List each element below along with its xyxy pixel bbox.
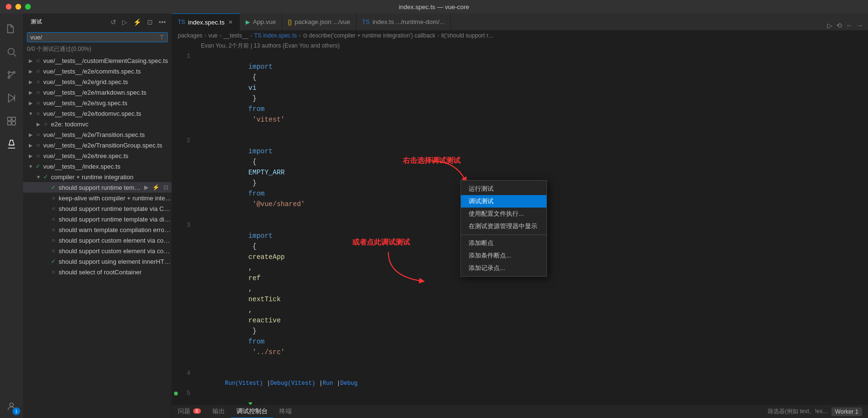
debug-vitest-link[interactable]: Debug(Vitest): [270, 378, 315, 389]
activity-account[interactable]: 1: [0, 395, 23, 418]
list-item[interactable]: ○ keep-alive with compiler + runtime int…: [23, 193, 172, 203]
list-item[interactable]: ○ should support runtime template via CS…: [23, 203, 172, 214]
vue-icon: ▶: [246, 19, 250, 25]
expand-icon: ▶: [27, 132, 35, 137]
active-test-item[interactable]: ✓ should support runtime template compil…: [23, 182, 172, 193]
tab-close-icon[interactable]: ✕: [227, 19, 234, 26]
list-item[interactable]: ▼ ✓ vue/__tests__/index.spec.ts: [23, 161, 172, 172]
list-item[interactable]: ▶ ○ vue/__tests__/e2e/Transition.spec.ts: [23, 129, 172, 140]
item-label: vue/__tests__/e2e/commits.spec.ts: [43, 68, 172, 75]
tab-label: index.spec.ts: [188, 19, 224, 26]
filter-icon[interactable]: ⊤: [159, 34, 164, 41]
list-item[interactable]: ▶ ○ vue/__tests__/e2e/svg.spec.ts: [23, 98, 172, 108]
activity-source-control[interactable]: [0, 63, 23, 86]
tab-output[interactable]: 输出: [207, 405, 231, 418]
list-item[interactable]: ▶ ○ vue/__tests__/e2e/markdown.spec.ts: [23, 87, 172, 98]
item-label: should support using element innerHTML a…: [59, 258, 172, 265]
more-icon[interactable]: ⊡: [162, 184, 170, 191]
context-menu: 运行测试 调试测试 使用配置文件执行... 在测试资源管理器中显示 添加断点 添…: [460, 180, 547, 277]
tab-terminal[interactable]: 终端: [273, 405, 298, 418]
context-run-config[interactable]: 使用配置文件执行...: [461, 208, 546, 220]
context-run-test[interactable]: 运行测试: [461, 183, 546, 195]
history-button[interactable]: ⟲: [835, 21, 843, 30]
ts-icon: TS: [362, 19, 370, 25]
row-actions: ▶ ⚡ ⊡: [143, 184, 170, 191]
list-item[interactable]: ▶ ○ vue/__tests__/e2e/commits.spec.ts: [23, 66, 172, 76]
search-input[interactable]: [30, 34, 159, 41]
activity-search[interactable]: [0, 40, 23, 63]
refresh-button[interactable]: ↺: [109, 17, 118, 27]
list-item[interactable]: ✓ should support using element innerHTML…: [23, 256, 172, 267]
context-add-logpoint[interactable]: 添加记录点...: [461, 262, 546, 274]
list-item[interactable]: ▶ ○ e2e: todomvc: [23, 119, 172, 129]
tab-app-vue[interactable]: ▶ App.vue: [240, 13, 282, 30]
context-add-breakpoint[interactable]: 添加断点: [461, 237, 546, 249]
expand-icon: [42, 227, 50, 233]
list-item[interactable]: ▼ ✓ compiler + runtime integration: [23, 172, 172, 182]
minimize-button[interactable]: [15, 4, 21, 10]
list-item[interactable]: ▶ ○ vue/__tests__/e2e/tree.spec.ts: [23, 150, 172, 161]
tab-index-spec[interactable]: TS index.spec.ts ✕: [172, 13, 240, 30]
main-container: 1 测试 ↺ ▷ ⚡ ⊡ ••• ⊤ 0/0 个测试已通过(0.00%) ▶: [0, 13, 868, 418]
tab-bar: TS index.spec.ts ✕ ▶ App.vue {} package.…: [172, 13, 868, 30]
sidebar-actions: ↺ ▷ ⚡ ⊡ •••: [109, 17, 168, 27]
breadcrumb-tests[interactable]: __tests__: [223, 32, 248, 39]
run-all-button[interactable]: ▷: [120, 17, 129, 27]
breadcrumb-vue[interactable]: vue: [208, 32, 217, 39]
tab-package-json[interactable]: {} package.json .../vue: [282, 13, 357, 30]
run-config-label: 使用配置文件执行...: [469, 209, 524, 218]
debug-link[interactable]: Debug: [340, 378, 358, 389]
operator: }: [248, 327, 260, 335]
output-label: 输出: [212, 407, 225, 416]
expand-icon: ▼: [27, 164, 35, 169]
close-button[interactable]: [6, 4, 12, 10]
list-item[interactable]: ▶ ○ vue/__tests__/e2e/TransitionGroup.sp…: [23, 140, 172, 150]
list-item[interactable]: ▶ ○ vue/__tests__/customElementCasing.sp…: [23, 55, 172, 66]
breadcrumb-sep: ›: [220, 32, 222, 39]
activity-extensions[interactable]: [0, 110, 23, 133]
activity-test[interactable]: [0, 133, 23, 156]
list-item[interactable]: ○ should select of rootContainer: [23, 267, 172, 277]
status-icon: ○: [50, 226, 57, 233]
operator: ,: [248, 285, 257, 293]
run-file-button[interactable]: ▷: [826, 21, 833, 30]
context-add-conditional-breakpoint[interactable]: 添加条件断点...: [461, 249, 546, 262]
tab-problems[interactable]: 问题 6: [172, 405, 207, 418]
string: '../src': [248, 348, 285, 356]
operator: ,: [248, 306, 257, 314]
tab-index-ts[interactable]: TS index.ts .../runtime-dom/...: [357, 13, 451, 30]
list-item[interactable]: ▶ ○ vue/__tests__/e2e/grid.spec.ts: [23, 76, 172, 87]
expand-icon: [42, 248, 50, 254]
run-test-icon[interactable]: ▶: [143, 184, 150, 191]
operator: }: [248, 179, 260, 187]
list-item[interactable]: ○ should warn template compilation error…: [23, 224, 172, 235]
list-item[interactable]: ▼ ○ vue/__tests__/e2e/todomvc.spec.ts: [23, 108, 172, 119]
maximize-button[interactable]: [25, 4, 31, 10]
status-icon: ○: [35, 89, 41, 96]
context-debug-test[interactable]: 调试测试: [461, 195, 546, 208]
run-with-coverage-button[interactable]: ⚡: [131, 17, 143, 27]
breadcrumb-packages[interactable]: packages: [178, 32, 202, 39]
problems-badge: 6: [193, 408, 201, 414]
run-link[interactable]: Run: [322, 378, 333, 389]
line-number-5: 5: [172, 388, 196, 399]
breadcrumb-it[interactable]: it('should support r...: [441, 32, 493, 39]
breadcrumb-describe[interactable]: ⊙ describe('compiler + runtime integrati…: [303, 32, 435, 39]
more-actions-button[interactable]: •••: [157, 17, 168, 27]
nav-forward-button[interactable]: →: [856, 21, 864, 30]
status-icon: ○: [42, 121, 49, 127]
tab-debug-console[interactable]: 调试控制台: [231, 405, 273, 418]
run-vitest-link[interactable]: Run(Vitest): [225, 378, 263, 389]
nav-back-button[interactable]: ←: [845, 21, 854, 30]
svg-rect-13: [12, 122, 15, 125]
collapse-all-button[interactable]: ⊡: [145, 17, 155, 27]
activity-explorer[interactable]: [0, 17, 23, 40]
keyword: import: [248, 148, 273, 155]
context-reveal[interactable]: 在测试资源管理器中显示: [461, 220, 546, 233]
breadcrumb-file[interactable]: TS index.spec.ts: [254, 32, 297, 39]
list-item[interactable]: ○ should support runtime template via di…: [23, 214, 172, 224]
activity-run[interactable]: [0, 86, 23, 110]
list-item[interactable]: ○ should support custom element via conf…: [23, 246, 172, 256]
list-item[interactable]: ○ should support custom element via conf…: [23, 235, 172, 246]
debug-test-icon[interactable]: ⚡: [151, 184, 161, 191]
